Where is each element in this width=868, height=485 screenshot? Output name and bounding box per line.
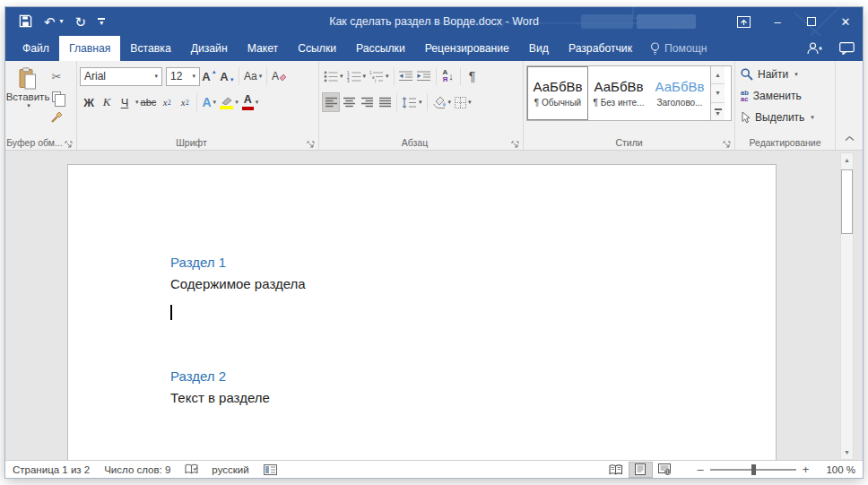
align-right-button[interactable] [358,92,376,112]
change-case-button[interactable]: Aa▾ [242,66,264,86]
borders-button[interactable]: ▾ [453,92,473,112]
increase-indent-button[interactable] [415,66,433,86]
tab-developer[interactable]: Разработчик [559,36,642,61]
proofing-status-icon[interactable] [185,463,199,475]
styles-scroll-down-icon[interactable]: ▼ [711,84,725,102]
doc-heading-1[interactable]: Раздел 1 [170,254,740,271]
paste-dropdown-icon[interactable]: ▾ [27,102,30,109]
customize-qat-button[interactable]: ▾ [98,18,105,25]
tab-review[interactable]: Рецензирование [415,36,519,61]
font-size-combo[interactable]: 12 ▾ [166,67,200,86]
language-status[interactable]: русский [212,464,248,475]
tab-mailings[interactable]: Рассылки [346,36,415,61]
document-page[interactable]: Раздел 1 Содержимое раздела Раздел 2 Тек… [67,164,777,460]
text-effects-button[interactable]: А▾ [200,92,218,112]
scroll-down-icon[interactable]: ▼ [841,446,853,459]
select-button[interactable]: Выделить ▾ [741,108,832,126]
vertical-scrollbar[interactable]: ▲ ▼ [840,152,854,460]
undo-button[interactable]: ↶ [44,15,56,29]
decrease-indent-button[interactable] [397,66,415,86]
style-card-normal[interactable]: АаБбВв ¶ Обычный [527,66,588,120]
scrollbar-thumb[interactable] [841,169,853,234]
web-layout-button[interactable] [653,462,677,478]
font-color-button[interactable]: А ▾ [240,92,261,112]
bold-button[interactable]: Ж [80,92,98,112]
multilevel-list-button[interactable]: 1ai ▾ [368,66,391,86]
numbering-button[interactable]: 123 ▾ [345,66,369,86]
styles-scroll-up-icon[interactable]: ▲ [711,66,725,84]
tab-view[interactable]: Вид [519,36,559,61]
doc-caret-line[interactable] [170,305,740,323]
tab-layout[interactable]: Макет [238,36,289,61]
undo-dropdown-icon[interactable]: ▾ [60,18,64,25]
redo-button[interactable]: ↻ [75,15,87,29]
clipboard-dialog-launcher[interactable] [64,137,74,147]
word-count-status[interactable]: Число слов: 9 [104,464,170,475]
ribbon-display-options-icon[interactable] [726,7,760,36]
scrollbar-track[interactable] [841,167,853,446]
paste-button[interactable]: Вставить ▾ [8,65,48,134]
highlight-color-button[interactable]: ▾ [218,92,240,112]
tab-insert[interactable]: Вставка [120,36,180,61]
subscript-button[interactable]: x2 [158,92,176,112]
font-name-combo[interactable]: Arial ▾ [80,67,162,86]
print-layout-button[interactable] [629,462,653,478]
styles-more-icon[interactable]: ▼ [711,103,725,120]
minimize-button[interactable]: – [760,7,794,36]
style-card-heading1[interactable]: АаБбВв Заголово... [649,66,710,120]
zoom-slider[interactable] [710,469,796,471]
underline-button[interactable]: Ч [116,92,134,112]
shrink-font-button[interactable]: A▼ [218,66,236,86]
strikethrough-button[interactable]: abc [139,92,159,112]
sort-button[interactable]: АЯ ↓ [439,66,457,86]
svg-text:i: i [375,79,376,82]
close-button[interactable]: ✕ [829,7,863,36]
copy-icon [52,91,61,102]
read-mode-button[interactable] [604,462,629,478]
style-card-no-spacing[interactable]: АаБбВв ¶ Без инте... [588,66,649,120]
status-bar: Страница 1 из 2 Число слов: 9 русский – … [5,460,863,478]
page-number-status[interactable]: Страница 1 из 2 [13,464,90,475]
doc-heading-2[interactable]: Раздел 2 [170,368,740,385]
input-indicator-icon[interactable] [264,464,277,475]
italic-button[interactable]: К [98,92,116,112]
maximize-button[interactable] [794,7,829,36]
bullets-button[interactable]: ▾ [322,66,345,86]
tab-references[interactable]: Ссылки [288,36,346,61]
feedback-icon[interactable] [830,36,863,61]
save-icon[interactable] [19,14,32,30]
superscript-button[interactable]: x2 [176,92,194,112]
collapse-ribbon-icon[interactable] [845,129,855,145]
tell-me-box[interactable]: Помощн [642,36,715,61]
replace-button[interactable]: ab ac Заменить [741,87,832,104]
share-icon[interactable] [798,36,830,61]
format-painter-button[interactable] [48,109,65,126]
zoom-percentage[interactable]: 100 % [826,464,855,475]
zoom-out-button[interactable]: – [691,463,710,476]
grow-font-button[interactable]: A▲ [200,66,218,86]
tab-design[interactable]: Дизайн [181,36,238,61]
align-center-button[interactable] [340,92,358,112]
zoom-slider-thumb[interactable] [751,464,756,475]
paragraph-dialog-launcher[interactable] [510,137,520,147]
doc-paragraph-2[interactable]: Текст в разделе [170,389,740,407]
styles-dialog-launcher[interactable] [722,137,732,147]
doc-paragraph-1[interactable]: Содержимое раздела [170,275,740,293]
clear-formatting-button[interactable]: A [270,66,288,86]
line-spacing-button[interactable]: ▾ [400,92,424,112]
zoom-in-button[interactable]: + [796,463,816,476]
show-formatting-marks-button[interactable]: ¶ [464,66,482,86]
paint-bucket-icon [432,96,447,108]
copy-button[interactable] [48,89,65,105]
font-dialog-launcher[interactable] [306,137,316,147]
find-button[interactable]: Найти ▾ [741,65,832,82]
clear-formatting-icon: A [272,70,286,82]
align-left-button[interactable] [322,92,340,112]
cut-button[interactable]: ✂ [48,68,65,84]
scroll-up-icon[interactable]: ▲ [841,153,853,167]
tab-home[interactable]: Главная [59,36,120,61]
word-window: ↶ ▾ ↻ ▾ Как сделать раздел в Ворде.docx … [5,7,863,478]
tab-file[interactable]: Файл [13,36,59,61]
shading-button[interactable]: ▾ [430,92,454,112]
justify-button[interactable] [376,92,394,112]
